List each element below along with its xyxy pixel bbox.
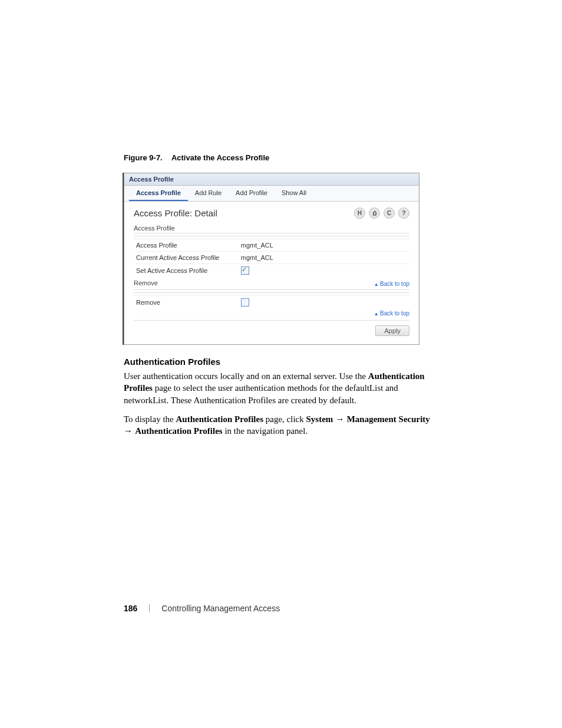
tab-show-all[interactable]: Show All bbox=[275, 186, 313, 201]
section-label-remove: Remove bbox=[134, 279, 158, 288]
arrow-icon: → bbox=[124, 426, 135, 436]
page-heading-row: Access Profile: Detail H ⎙ C ? bbox=[134, 207, 409, 219]
label-remove: Remove bbox=[134, 296, 239, 309]
table-row: Remove bbox=[134, 296, 409, 309]
window-titlebar: Access Profile bbox=[124, 173, 419, 186]
help-icon[interactable]: ? bbox=[398, 207, 409, 219]
table-row: Current Active Access Profile mgmt_ACL bbox=[134, 252, 409, 264]
chapter-title: Controlling Management Access bbox=[161, 604, 280, 613]
divider bbox=[134, 292, 409, 293]
details-table: Access Profile mgmt_ACL Current Active A… bbox=[134, 239, 409, 277]
tab-access-profile[interactable]: Access Profile bbox=[129, 186, 188, 201]
back-to-top-link[interactable]: Back to top bbox=[134, 309, 409, 318]
page-number: 186 bbox=[124, 604, 137, 613]
footer-divider bbox=[149, 604, 150, 612]
screenshot-body: Access Profile: Detail H ⎙ C ? Access Pr… bbox=[124, 202, 419, 344]
paragraph-1: User authentication occurs locally and o… bbox=[124, 370, 438, 406]
refresh-icon[interactable]: C bbox=[384, 207, 395, 219]
divider bbox=[134, 236, 409, 236]
label-access-profile: Access Profile bbox=[134, 239, 239, 252]
divider bbox=[134, 320, 409, 321]
toolbar-icons: H ⎙ C ? bbox=[354, 207, 409, 219]
value-current-active: mgmt_ACL bbox=[239, 252, 409, 264]
document-page: Figure 9-7. Activate the Access Profile … bbox=[0, 0, 562, 728]
page-title: Access Profile: Detail bbox=[134, 208, 217, 218]
arrow-icon: → bbox=[333, 414, 346, 424]
bold-text: Management Security bbox=[347, 414, 430, 424]
figure-number: Figure 9-7. bbox=[124, 153, 163, 162]
figure-caption: Figure 9-7. Activate the Access Profile bbox=[124, 153, 438, 162]
remove-checkbox[interactable] bbox=[241, 298, 249, 307]
table-row: Set Active Access Profile bbox=[134, 264, 409, 278]
tab-add-rule[interactable]: Add Rule bbox=[188, 186, 229, 201]
bold-text: Authentication Profiles bbox=[176, 414, 263, 424]
paragraph-2: To display the Authentication Profiles p… bbox=[124, 413, 438, 437]
bold-text: System bbox=[306, 414, 333, 424]
figure-title: Activate the Access Profile bbox=[171, 153, 269, 162]
label-current-active: Current Active Access Profile bbox=[134, 252, 239, 264]
remove-table: Remove bbox=[134, 295, 409, 309]
tab-bar: Access Profile Add Rule Add Profile Show… bbox=[124, 186, 419, 202]
value-access-profile: mgmt_ACL bbox=[239, 239, 409, 252]
tab-add-profile[interactable]: Add Profile bbox=[229, 186, 275, 201]
set-active-checkbox[interactable] bbox=[241, 266, 249, 275]
table-row: Access Profile mgmt_ACL bbox=[134, 239, 409, 252]
apply-button[interactable]: Apply bbox=[375, 325, 409, 336]
apply-row: Apply bbox=[134, 325, 409, 336]
label-set-active: Set Active Access Profile bbox=[134, 264, 239, 278]
section-label-remove-row: Remove Back to top bbox=[134, 277, 409, 290]
section-label-access-profile: Access Profile bbox=[134, 222, 409, 233]
back-to-top-link[interactable]: Back to top bbox=[374, 279, 409, 288]
save-icon[interactable]: H bbox=[354, 207, 365, 219]
page-footer: 186 Controlling Management Access bbox=[124, 604, 280, 613]
ui-screenshot: Access Profile Access Profile Add Rule A… bbox=[124, 173, 419, 345]
section-heading: Authentication Profiles bbox=[124, 357, 438, 367]
print-icon[interactable]: ⎙ bbox=[369, 207, 380, 219]
bold-text: Authentication Profiles bbox=[135, 426, 222, 436]
